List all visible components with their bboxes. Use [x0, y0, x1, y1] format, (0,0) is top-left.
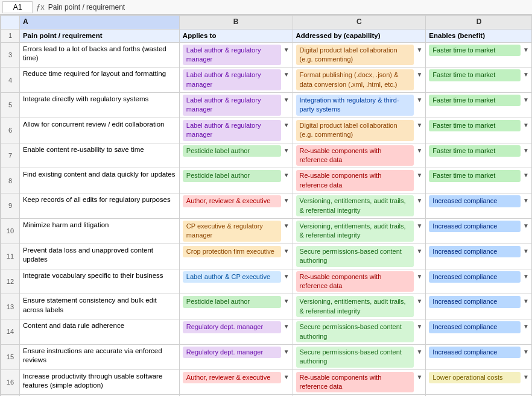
capability-dropdown-arrow[interactable]: ▼ [416, 322, 422, 330]
benefit-cell[interactable]: Increased compliance▼ [426, 244, 532, 269]
capability-dropdown-arrow[interactable]: ▼ [416, 373, 422, 381]
applies-dropdown-arrow[interactable]: ▼ [283, 373, 290, 381]
pain-point-cell[interactable]: Enable content re-usability to save time [19, 143, 179, 168]
capability-dropdown-arrow[interactable]: ▼ [416, 96, 422, 104]
applies-dropdown-arrow[interactable]: ▼ [283, 71, 290, 78]
benefit-cell[interactable]: Lower operational costs▼ [426, 369, 532, 395]
capability-cell[interactable]: Re-usable components with reference data… [293, 369, 426, 395]
col-b-header[interactable]: B [179, 16, 293, 30]
col-a-header[interactable]: A [19, 16, 179, 30]
capability-dropdown-arrow[interactable]: ▼ [416, 222, 422, 230]
applies-to-cell[interactable]: CP executive & regulatory manager▼ [179, 219, 293, 244]
col-d-header[interactable]: D [426, 16, 532, 30]
pain-point-cell[interactable]: Integrate vocabulary specific to their b… [19, 269, 179, 294]
benefit-dropdown-arrow[interactable]: ▼ [523, 96, 529, 104]
pain-point-cell[interactable]: Allow for concurrent review / edit colla… [19, 118, 179, 143]
applies-to-cell[interactable]: Pesticide label author▼ [179, 294, 293, 319]
capability-cell[interactable]: Versioning, entitlements, audit trails, … [293, 193, 426, 219]
pain-point-cell[interactable]: Prevent data loss and unapproved content… [19, 244, 179, 269]
capability-cell[interactable]: Format publishing (.docx, .json) & data … [293, 68, 426, 93]
applies-to-cell[interactable]: Author, reviewer & executive▼ [179, 193, 293, 219]
benefit-dropdown-arrow[interactable]: ▼ [523, 146, 529, 154]
capability-cell[interactable]: Digital product label collaboration (e.g… [293, 118, 426, 143]
capability-cell[interactable]: Integration with regulatory & third-part… [293, 93, 426, 118]
capability-dropdown-arrow[interactable]: ▼ [416, 171, 422, 179]
benefit-dropdown-arrow[interactable]: ▼ [523, 247, 529, 255]
col-c-header[interactable]: C [293, 16, 426, 30]
pain-point-cell[interactable]: Minimize harm and litigation [19, 219, 179, 244]
capability-cell[interactable]: Re-usable components with reference data… [293, 143, 426, 168]
benefit-cell[interactable]: Faster time to market▼ [426, 93, 532, 118]
benefit-cell[interactable]: Increased compliance▼ [426, 319, 532, 345]
benefit-dropdown-arrow[interactable]: ▼ [523, 322, 529, 330]
benefit-cell[interactable]: Increased compliance▼ [426, 344, 532, 369]
applies-to-cell[interactable]: Label author & regulatory manager▼ [179, 68, 293, 93]
applies-dropdown-arrow[interactable]: ▼ [283, 247, 290, 255]
benefit-dropdown-arrow[interactable]: ▼ [523, 71, 529, 78]
applies-dropdown-arrow[interactable]: ▼ [283, 348, 290, 356]
pain-point-cell[interactable]: Errors lead to a lot of backs and forths… [19, 42, 179, 68]
capability-cell[interactable]: Re-usable components with reference data… [293, 168, 426, 193]
applies-to-cell[interactable]: Label author & regulatory manager▼ [179, 42, 293, 68]
applies-dropdown-arrow[interactable]: ▼ [283, 121, 290, 129]
benefit-cell[interactable]: Faster time to market▼ [426, 118, 532, 143]
benefit-cell[interactable]: Faster time to market▼ [426, 42, 532, 68]
benefit-dropdown-arrow[interactable]: ▼ [523, 373, 529, 381]
capability-dropdown-arrow[interactable]: ▼ [416, 146, 422, 154]
pain-point-cell[interactable]: Find existing content and data quickly f… [19, 168, 179, 193]
applies-to-cell[interactable]: Pesticide label author▼ [179, 168, 293, 193]
benefit-cell[interactable]: Increased compliance▼ [426, 219, 532, 244]
pain-point-cell[interactable]: Ensure instructions are accurate via enf… [19, 344, 179, 369]
header-capability-cell[interactable]: Addressed by (capability) [293, 29, 426, 42]
applies-to-cell[interactable]: Label author & regulatory manager▼ [179, 118, 293, 143]
applies-dropdown-arrow[interactable]: ▼ [283, 322, 290, 330]
benefit-cell[interactable]: Increased compliance▼ [426, 193, 532, 219]
capability-cell[interactable]: Secure permissions-based content authori… [293, 344, 426, 369]
benefit-cell[interactable]: Increased compliance▼ [426, 269, 532, 294]
applies-dropdown-arrow[interactable]: ▼ [283, 222, 290, 230]
benefit-dropdown-arrow[interactable]: ▼ [523, 196, 529, 204]
pain-point-cell[interactable]: Ensure statement consistency and bulk ed… [19, 294, 179, 319]
applies-dropdown-arrow[interactable]: ▼ [283, 272, 290, 280]
capability-dropdown-arrow[interactable]: ▼ [416, 121, 422, 129]
applies-dropdown-arrow[interactable]: ▼ [283, 146, 290, 154]
capability-dropdown-arrow[interactable]: ▼ [416, 46, 422, 54]
benefit-cell[interactable]: Faster time to market▼ [426, 168, 532, 193]
capability-dropdown-arrow[interactable]: ▼ [416, 196, 422, 204]
pain-point-cell[interactable]: Reduce time required for layout and form… [19, 68, 179, 93]
benefit-cell[interactable]: Faster time to market▼ [426, 68, 532, 93]
applies-to-cell[interactable]: Regulatory dept. manager▼ [179, 319, 293, 345]
capability-cell[interactable]: Versioning, entitlements, audit trails, … [293, 219, 426, 244]
applies-to-cell[interactable]: Pesticide label author▼ [179, 143, 293, 168]
pain-point-cell[interactable]: Content and data rule adherence [19, 319, 179, 345]
benefit-dropdown-arrow[interactable]: ▼ [523, 348, 529, 356]
capability-cell[interactable]: Re-usable components with reference data… [293, 269, 426, 294]
applies-to-cell[interactable]: Crop protection firm executive▼ [179, 244, 293, 269]
pain-point-cell[interactable]: Increase productivity through usable sof… [19, 369, 179, 395]
header-pain-cell[interactable]: Pain point / requirement [19, 29, 179, 42]
benefit-cell[interactable]: Increased compliance▼ [426, 294, 532, 319]
pain-point-cell[interactable]: Integrate directly with regulatory syste… [19, 93, 179, 118]
applies-to-cell[interactable]: Author, reviewer & executive▼ [179, 369, 293, 395]
benefit-cell[interactable]: Faster time to market▼ [426, 143, 532, 168]
pain-point-cell[interactable]: Keep records of all edits for regulatory… [19, 193, 179, 219]
benefit-dropdown-arrow[interactable]: ▼ [523, 171, 529, 179]
applies-to-cell[interactable]: Regulatory dept. manager▼ [179, 344, 293, 369]
capability-cell[interactable]: Secure permissions-based content authori… [293, 319, 426, 345]
capability-dropdown-arrow[interactable]: ▼ [416, 297, 422, 305]
benefit-dropdown-arrow[interactable]: ▼ [523, 272, 529, 280]
capability-cell[interactable]: Secure permissions-based content authori… [293, 244, 426, 269]
capability-cell[interactable]: Versioning, entitlements, audit trails, … [293, 294, 426, 319]
capability-dropdown-arrow[interactable]: ▼ [416, 247, 422, 255]
applies-dropdown-arrow[interactable]: ▼ [283, 196, 290, 204]
header-benefit-cell[interactable]: Enables (benefit) [426, 29, 532, 42]
benefit-dropdown-arrow[interactable]: ▼ [523, 222, 529, 230]
applies-to-cell[interactable]: Label author & CP executive▼ [179, 269, 293, 294]
capability-dropdown-arrow[interactable]: ▼ [416, 71, 422, 78]
applies-dropdown-arrow[interactable]: ▼ [283, 297, 290, 305]
header-applies-cell[interactable]: Applies to [179, 29, 293, 42]
benefit-dropdown-arrow[interactable]: ▼ [523, 297, 529, 305]
benefit-dropdown-arrow[interactable]: ▼ [523, 46, 529, 54]
applies-dropdown-arrow[interactable]: ▼ [283, 171, 290, 179]
capability-dropdown-arrow[interactable]: ▼ [416, 348, 422, 356]
